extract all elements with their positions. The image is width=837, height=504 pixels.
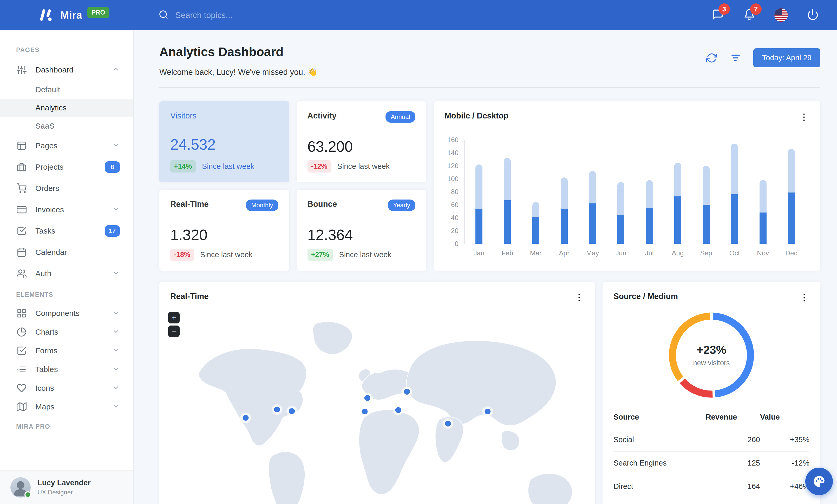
- stat-value: 1.320: [170, 226, 279, 243]
- sidebar-subitem-default[interactable]: Default: [0, 80, 133, 99]
- sidebar-item-forms[interactable]: Forms: [0, 341, 133, 360]
- sign-out-button[interactable]: [805, 7, 820, 23]
- notifications-count-badge: 7: [750, 3, 762, 15]
- page-title: Analytics Dashboard: [159, 45, 318, 59]
- online-status-dot: [24, 491, 31, 498]
- date-range-button[interactable]: Today: April 29: [753, 48, 820, 67]
- header-tools: Today: April 29: [706, 48, 820, 67]
- sidebar-item-invoices[interactable]: Invoices: [0, 199, 133, 220]
- mobile-desktop-chart-card: Mobile / Desktop 020406080100120140160 J…: [433, 101, 820, 271]
- sidebar-item-calendar[interactable]: Calendar: [0, 242, 133, 263]
- stat-card-activity: ActivityAnnual63.200-12%Since last week: [297, 101, 427, 182]
- bar-jun: Jun: [617, 182, 624, 244]
- page-subtitle: Welcome back, Lucy! We've missed you. 👋: [159, 67, 318, 77]
- stat-period-badge: Annual: [386, 111, 415, 123]
- col-revenue: Revenue: [706, 408, 760, 428]
- chevron-up-icon: [112, 66, 120, 74]
- marker-china: [482, 406, 493, 417]
- stat-card-bounce: BounceYearly12.364+27%Since last week: [297, 190, 427, 271]
- sidebar-subitem-saas[interactable]: SaaS: [0, 117, 133, 135]
- sidebar-item-dashboard[interactable]: Dashboard: [0, 59, 133, 80]
- y-axis-tick: 120: [447, 162, 459, 170]
- bar-jan: Jan: [476, 165, 482, 244]
- x-axis-label: Sep: [700, 249, 712, 257]
- sidebar-item-label: Maps: [35, 403, 112, 411]
- notifications-button[interactable]: 7: [742, 7, 757, 23]
- col-value: Value: [760, 408, 809, 428]
- sidebar-item-label: Pages: [35, 141, 112, 150]
- sidebar-count-badge: 17: [105, 225, 120, 237]
- col-source: Source: [613, 408, 706, 428]
- chevron-down-icon: [112, 365, 120, 374]
- marker-us-central: [272, 404, 283, 415]
- stats-grid: Visitors24.532+14%Since last weekActivit…: [159, 101, 426, 271]
- messages-button[interactable]: 3: [710, 7, 725, 23]
- cell-revenue: 164: [706, 475, 760, 498]
- bar-dec: Dec: [788, 149, 795, 244]
- sidebar-item-charts[interactable]: Charts: [0, 323, 133, 341]
- more-vertical-icon[interactable]: [574, 292, 584, 304]
- y-axis-tick: 40: [451, 214, 459, 222]
- sidebar-section-label: PAGES: [0, 39, 133, 59]
- y-axis-tick: 20: [451, 227, 459, 235]
- map-zoom-out-button[interactable]: −: [168, 325, 180, 337]
- cell-source: Direct: [613, 475, 706, 498]
- sidebar-item-label: Tasks: [35, 226, 105, 236]
- theme-settings-fab[interactable]: [805, 468, 833, 495]
- world-map[interactable]: [159, 309, 595, 504]
- power-icon: [807, 8, 819, 22]
- sidebar-item-icons[interactable]: Icons: [0, 379, 133, 397]
- sidebar-item-label: Icons: [35, 384, 112, 393]
- sidebar-item-label: Projects: [35, 163, 105, 171]
- chart-card-title: Mobile / Desktop: [445, 111, 509, 120]
- source-table-row: Social260+35%: [613, 428, 809, 451]
- marker-russia: [402, 387, 412, 397]
- sidebar-item-label: Tables: [35, 365, 112, 374]
- top-navbar: Mira PRO 3 7: [0, 0, 837, 30]
- search-bar: [159, 10, 710, 20]
- cell-source: Social: [613, 428, 706, 451]
- sidebar-item-tables[interactable]: Tables: [0, 360, 133, 379]
- sidebar-item-label: Auth: [35, 269, 112, 278]
- bar-chart-baseline: [465, 244, 805, 244]
- sidebar-subitem-analytics[interactable]: Analytics: [0, 99, 133, 117]
- stat-value: 24.532: [170, 136, 279, 153]
- refresh-icon[interactable]: [706, 52, 718, 64]
- chart-card-header: Mobile / Desktop: [445, 111, 809, 123]
- shopping-cart-icon: [16, 183, 27, 194]
- map-icon: [16, 402, 27, 412]
- y-axis-tick: 100: [447, 175, 459, 183]
- page-header: Analytics Dashboard Welcome back, Lucy! …: [159, 45, 820, 77]
- sidebar-item-maps[interactable]: Maps: [0, 397, 133, 416]
- language-selector[interactable]: [773, 7, 789, 23]
- sidebar-item-label: Calendar: [35, 248, 120, 257]
- x-axis-label: Apr: [559, 249, 569, 257]
- bar-oct: Oct: [731, 144, 738, 244]
- brand[interactable]: Mira PRO: [39, 8, 109, 22]
- more-vertical-icon[interactable]: [799, 111, 809, 123]
- donut-sublabel: new visitors: [693, 359, 730, 367]
- sidebar-item-orders[interactable]: Orders: [0, 178, 133, 199]
- sidebar-item-tasks[interactable]: Tasks17: [0, 220, 133, 242]
- check-square-icon: [16, 345, 27, 356]
- source-card-title: Source / Medium: [613, 292, 678, 301]
- cell-source: Search Engines: [613, 451, 706, 475]
- sidebar-item-projects[interactable]: Projects8: [0, 156, 133, 178]
- source-table-header-row: Source Revenue Value: [613, 408, 809, 428]
- bar-jul: Jul: [646, 180, 653, 244]
- filter-icon[interactable]: [729, 52, 742, 64]
- sidebar-user-footer[interactable]: Lucy Lavender UX Designer: [0, 470, 133, 504]
- map-zoom-in-button[interactable]: +: [168, 312, 180, 323]
- bar-apr: Apr: [561, 178, 568, 244]
- donut-center-label: +23% new visitors: [693, 343, 730, 367]
- sidebar-item-auth[interactable]: Auth: [0, 263, 133, 284]
- sidebar-item-pages[interactable]: Pages: [0, 135, 133, 156]
- more-vertical-icon[interactable]: [799, 292, 809, 304]
- sidebar-item-components[interactable]: Components: [0, 304, 133, 323]
- sidebar-item-label: Invoices: [35, 205, 112, 214]
- search-input[interactable]: [175, 11, 305, 20]
- source-table: Source Revenue Value Social260+35%Search…: [613, 408, 809, 498]
- sidebar-section-label: MIRA PRO: [0, 416, 133, 436]
- marker-india: [442, 418, 453, 429]
- bar-may: May: [589, 171, 596, 244]
